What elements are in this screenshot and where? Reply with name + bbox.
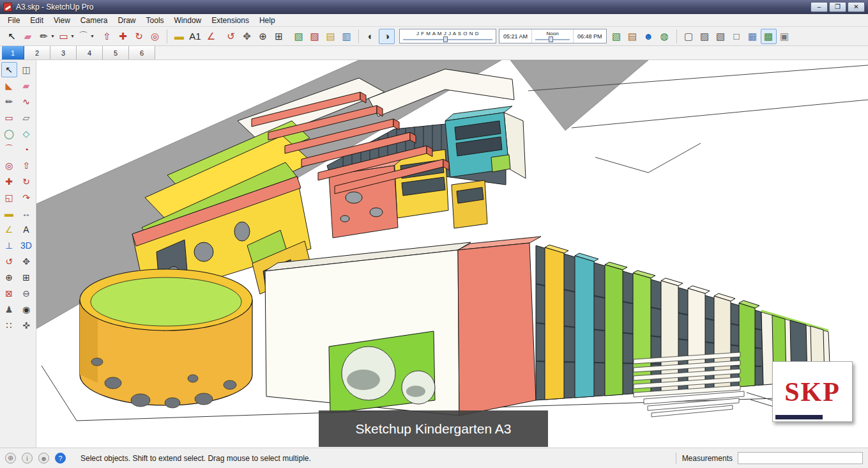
- pan-tool-icon[interactable]: ✥: [19, 254, 34, 269]
- rotate-tool-icon[interactable]: ↻: [19, 174, 34, 189]
- scene-tab-4[interactable]: 4: [77, 46, 103, 59]
- offset-icon[interactable]: ◎: [147, 29, 163, 44]
- monochrome-icon[interactable]: ▣: [777, 29, 793, 44]
- eraser-tool-icon[interactable]: ▰: [19, 78, 34, 93]
- shadow-date-handle[interactable]: [443, 36, 448, 42]
- select-tool-icon[interactable]: ↖: [1, 62, 17, 77]
- protractor-icon[interactable]: ∠: [203, 29, 219, 44]
- hidden-line-icon[interactable]: □: [729, 29, 745, 44]
- rotate-icon[interactable]: ↻: [131, 29, 147, 44]
- push-pull-icon[interactable]: ⇧: [99, 29, 115, 44]
- sketchup-window: A3.skp - SketchUp Pro –❐✕ FileEditViewCa…: [0, 0, 868, 468]
- texture-projection-icon[interactable]: ▤: [323, 29, 339, 44]
- maximize-button[interactable]: ❐: [829, 2, 846, 12]
- section-plane-tool-icon[interactable]: ✜: [19, 318, 34, 333]
- 3d-text-tool-icon[interactable]: 3D: [19, 238, 34, 253]
- select-icon[interactable]: ↖: [4, 29, 20, 44]
- shadow-settings-icon[interactable]: ◐: [363, 29, 379, 44]
- axes-tool-icon[interactable]: ⊥: [1, 238, 17, 253]
- menu-window[interactable]: Window: [169, 15, 207, 26]
- rotated-rectangle-icon[interactable]: ▱: [19, 110, 34, 125]
- minimize-button[interactable]: –: [811, 2, 828, 12]
- line-dropdown-icon[interactable]: ▼: [50, 29, 56, 44]
- scene-tab-2[interactable]: 2: [24, 46, 50, 59]
- menu-help[interactable]: Help: [254, 15, 280, 26]
- shadow-time-handle[interactable]: [549, 36, 553, 42]
- pan-icon[interactable]: ✥: [239, 29, 255, 44]
- tape-measure-icon[interactable]: ▬: [171, 29, 187, 44]
- look-around-tool-icon[interactable]: ◉: [19, 302, 34, 317]
- scale-tool-icon[interactable]: ◱: [1, 190, 17, 205]
- menu-view[interactable]: View: [49, 15, 75, 26]
- follow-me-tool-icon[interactable]: ↷: [19, 190, 34, 205]
- zoom-tool-icon[interactable]: ⊕: [1, 270, 17, 285]
- zoom-icon[interactable]: ⊕: [255, 29, 271, 44]
- menu-tools[interactable]: Tools: [141, 15, 169, 26]
- protractor-tool-icon[interactable]: ∠: [1, 222, 17, 237]
- menu-edit[interactable]: Edit: [25, 15, 49, 26]
- x-ray-icon[interactable]: ▢: [681, 29, 697, 44]
- shape-dropdown-icon[interactable]: ▼: [70, 29, 75, 44]
- main-area: ↖◫◣▰✏∿▭▱◯◇⌒◔◎⇧✚↻◱↷▬↔∠A⊥3D↺✥⊕⊞⊠⊖♟◉∷✜: [0, 60, 868, 448]
- menu-camera[interactable]: Camera: [75, 15, 113, 26]
- scene-tab-1[interactable]: 1: [2, 46, 24, 59]
- eraser-icon[interactable]: ▰: [20, 29, 36, 44]
- make-component-icon[interactable]: ◫: [19, 62, 34, 77]
- orbit-icon[interactable]: ↺: [223, 29, 239, 44]
- back-edges-icon[interactable]: ▨: [697, 29, 713, 44]
- offset-tool-icon[interactable]: ◎: [1, 158, 17, 173]
- circle-tool-icon[interactable]: ◯: [1, 126, 17, 141]
- shaded-icon[interactable]: ▦: [745, 29, 761, 44]
- add-person-icon[interactable]: ☻: [641, 29, 657, 44]
- scene-tab-3[interactable]: 3: [50, 46, 77, 59]
- wireframe-icon[interactable]: ▧: [713, 29, 729, 44]
- arc-tool-icon[interactable]: ⌒: [1, 142, 17, 157]
- zoom-window-icon[interactable]: ⊞: [271, 29, 287, 44]
- zoom-extents-tool-icon[interactable]: ⊠: [1, 286, 17, 301]
- user-icon[interactable]: ☻: [38, 453, 49, 464]
- polygon-tool-icon[interactable]: ◇: [19, 126, 34, 141]
- toggle-shadows-icon[interactable]: ◑: [379, 29, 395, 44]
- help-icon[interactable]: ?: [55, 453, 66, 464]
- add-location-icon[interactable]: ◍: [657, 29, 673, 44]
- get-current-view-icon[interactable]: ▧: [291, 29, 307, 44]
- sunset-time-field[interactable]: 06:48 PM: [573, 29, 606, 43]
- position-camera-tool-icon[interactable]: ♟: [1, 302, 17, 317]
- menu-file[interactable]: File: [3, 15, 25, 26]
- dimension-tool-icon[interactable]: ↔: [19, 206, 34, 221]
- measurements-input[interactable]: [738, 452, 863, 464]
- text-tool-icon[interactable]: A: [19, 222, 34, 237]
- menu-extensions[interactable]: Extensions: [206, 15, 254, 26]
- status-message: Select objects. Shift to extend select. …: [80, 454, 670, 463]
- tape-measure-tool-icon[interactable]: ▬: [1, 206, 17, 221]
- zoom-window-tool-icon[interactable]: ⊞: [19, 270, 34, 285]
- arc-dropdown-icon[interactable]: ▼: [89, 29, 95, 44]
- add-terrain-icon[interactable]: ▤: [625, 29, 641, 44]
- freehand-tool-icon[interactable]: ∿: [19, 94, 34, 109]
- scene-tab-5[interactable]: 5: [103, 46, 129, 59]
- walk-tool-icon[interactable]: ∷: [1, 318, 17, 333]
- orbit-tool-icon[interactable]: ↺: [1, 254, 17, 269]
- zoom-previous-tool-icon[interactable]: ⊖: [19, 286, 34, 301]
- paint-bucket-icon[interactable]: ◣: [1, 78, 17, 93]
- move-icon[interactable]: ✚: [115, 29, 131, 44]
- geo-location-icon[interactable]: ⊕: [5, 453, 16, 464]
- pie-tool-icon[interactable]: ◔: [19, 142, 34, 157]
- model-viewport[interactable]: Sketchup Kindergarten A3 SKP: [36, 60, 868, 448]
- sunrise-time-field[interactable]: 05:21 AM: [499, 29, 532, 43]
- status-bar: ⊕i☻? Select objects. Shift to extend sel…: [0, 448, 868, 468]
- text-icon[interactable]: A1: [187, 29, 203, 44]
- photo-match-icon[interactable]: ▨: [307, 29, 323, 44]
- model-info-icon[interactable]: ▥: [339, 29, 354, 44]
- push-pull-tool-icon[interactable]: ⇧: [19, 158, 34, 173]
- scene-tab-6[interactable]: 6: [129, 46, 155, 59]
- rectangle-tool-icon[interactable]: ▭: [1, 110, 17, 125]
- kindergarten-model-canvas[interactable]: [36, 60, 868, 448]
- line-tool-icon[interactable]: ✏: [1, 94, 17, 109]
- shaded-textures-icon[interactable]: ▩: [761, 29, 777, 44]
- menu-draw[interactable]: Draw: [113, 15, 141, 26]
- credits-icon[interactable]: i: [22, 453, 33, 464]
- add-building-icon[interactable]: ▧: [609, 29, 625, 44]
- close-button[interactable]: ✕: [848, 2, 865, 12]
- move-tool-icon[interactable]: ✚: [1, 174, 17, 189]
